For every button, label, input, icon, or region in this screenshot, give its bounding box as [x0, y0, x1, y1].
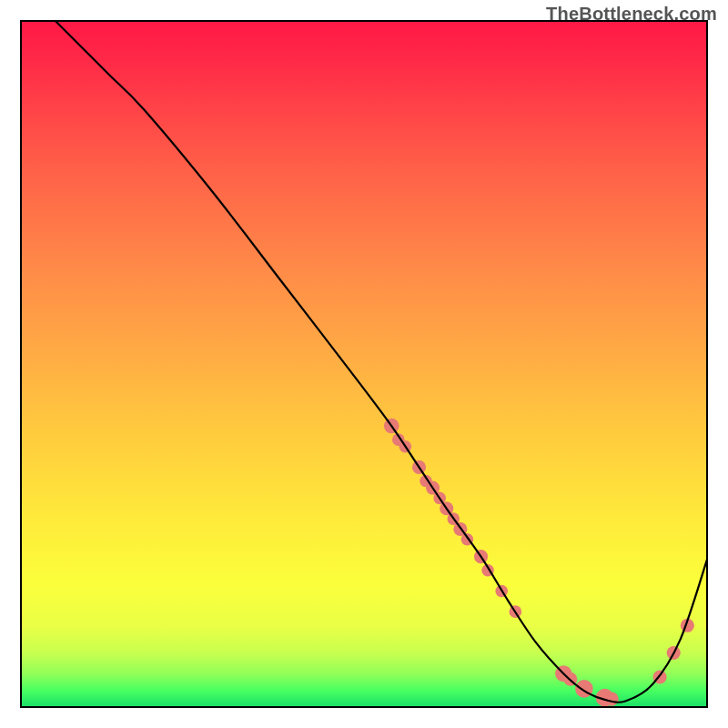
- markers-group: [384, 419, 694, 707]
- plot-area: [20, 20, 708, 708]
- chart-svg: [20, 20, 708, 708]
- curve-path: [55, 20, 708, 703]
- watermark-text: TheBottleneck.com: [546, 4, 717, 25]
- data-marker: [605, 693, 619, 706]
- chart-container: TheBottleneck.com: [0, 0, 728, 728]
